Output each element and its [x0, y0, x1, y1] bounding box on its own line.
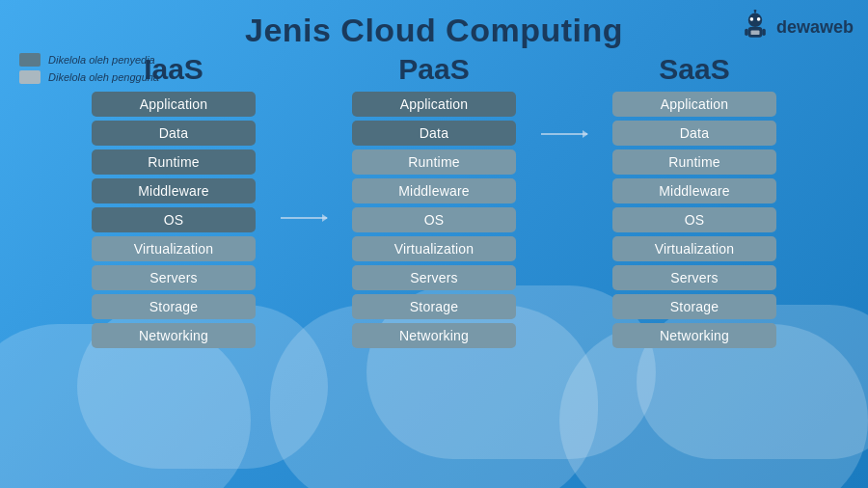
stack-item-iaas-8: Networking [92, 323, 256, 348]
svg-point-8 [754, 10, 757, 12]
stack-item-paas-2: Runtime [352, 149, 516, 175]
stack-item-paas-4: OS [352, 207, 516, 232]
legend-item-user: Dikelola oleh pengguna [19, 70, 159, 84]
connector-row-0 [540, 94, 588, 118]
stack-item-saas-4: OS [612, 207, 776, 232]
connector-row-1 [280, 122, 328, 146]
stack-item-saas-2: Runtime [612, 149, 776, 175]
stack-item-saas-7: Storage [612, 294, 776, 319]
connector-row-8 [280, 317, 328, 341]
connector-row-1 [540, 122, 588, 146]
connector-row-5 [540, 233, 588, 258]
stack-item-paas-1: Data [352, 121, 516, 146]
connector-iaas-paas [280, 53, 328, 341]
stack-item-paas-7: Storage [352, 294, 516, 319]
stack-item-iaas-2: Runtime [92, 149, 256, 175]
connector-row-0 [280, 94, 328, 118]
column-paas: PaaS ApplicationDataRuntimeMiddlewareOSV… [328, 53, 540, 348]
stack-item-saas-5: Virtualization [612, 236, 776, 261]
logo-text: dewaweb [776, 17, 854, 38]
svg-rect-4 [745, 29, 748, 36]
stack-item-paas-0: Application [352, 92, 516, 117]
page-title: Jenis Cloud Computing [19, 12, 849, 49]
svg-point-1 [750, 17, 754, 21]
connector-row-3 [280, 177, 328, 202]
column-title-paas: PaaS [398, 53, 469, 86]
logo-icon [738, 10, 773, 44]
legend-label-user: Dikelola oleh pengguna [48, 71, 159, 83]
connector-paas-saas [540, 53, 588, 341]
connector-row-4 [540, 205, 588, 230]
stack-item-iaas-3: Middleware [92, 178, 256, 203]
stack-item-iaas-1: Data [92, 121, 256, 146]
legend-color-provider [19, 53, 41, 67]
stack-item-saas-3: Middleware [612, 178, 776, 203]
stack-item-iaas-5: Virtualization [92, 236, 256, 261]
connector-row-8 [540, 317, 588, 341]
stack-item-paas-6: Servers [352, 265, 516, 290]
column-title-saas: SaaS [659, 53, 729, 86]
stack-item-saas-1: Data [612, 121, 776, 146]
arrow-icon [281, 217, 327, 219]
stack-item-saas-6: Servers [612, 265, 776, 290]
stack-item-paas-5: Virtualization [352, 236, 516, 261]
connector-row-7 [540, 289, 588, 313]
connector-row-2 [280, 149, 328, 174]
stack-item-saas-8: Networking [612, 323, 776, 348]
column-iaas: IaaS ApplicationDataRuntimeMiddlewareOSV… [68, 53, 280, 348]
svg-rect-6 [750, 31, 759, 35]
connector-row-3 [540, 177, 588, 202]
stack-item-iaas-0: Application [92, 92, 256, 117]
legend-item-provider: Dikelola oleh penyedia [19, 53, 159, 67]
logo: dewaweb [738, 10, 854, 44]
stack-item-paas-8: Networking [352, 323, 516, 348]
legend-label-provider: Dikelola oleh penyedia [48, 54, 155, 66]
legend: Dikelola oleh penyedia Dikelola oleh pen… [19, 53, 159, 84]
connector-row-2 [540, 149, 588, 174]
stack-item-iaas-6: Servers [92, 265, 256, 290]
arrow-icon [541, 133, 587, 135]
svg-rect-5 [762, 29, 766, 36]
stack-iaas: ApplicationDataRuntimeMiddlewareOSVirtua… [92, 92, 256, 348]
legend-color-user [19, 70, 41, 84]
connector-row-6 [540, 261, 588, 285]
connector-row-5 [280, 233, 328, 258]
stack-item-iaas-4: OS [92, 207, 256, 232]
stack-item-paas-3: Middleware [352, 178, 516, 203]
svg-point-2 [757, 17, 761, 21]
connector-row-6 [280, 261, 328, 285]
connector-row-4 [280, 205, 328, 230]
column-saas: SaaS ApplicationDataRuntimeMiddlewareOSV… [588, 53, 800, 348]
stack-item-iaas-7: Storage [92, 294, 256, 319]
stack-saas: ApplicationDataRuntimeMiddlewareOSVirtua… [612, 92, 776, 348]
connector-row-7 [280, 289, 328, 313]
stack-item-saas-0: Application [612, 92, 776, 117]
columns-container: IaaS ApplicationDataRuntimeMiddlewareOSV… [0, 53, 868, 348]
stack-paas: ApplicationDataRuntimeMiddlewareOSVirtua… [352, 92, 516, 348]
